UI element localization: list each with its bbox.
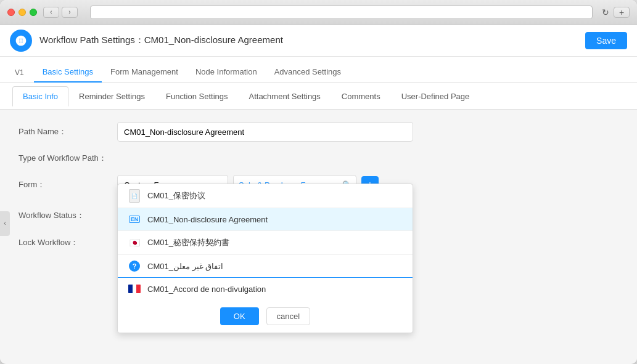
dropdown-label-ar: CM01_اتفاق غير معلن [147, 262, 223, 271]
dropdown-item-jp[interactable]: 🇯🇵 CM01_秘密保持契約書 [118, 231, 413, 254]
en-icon: EN [128, 214, 141, 224]
path-name-row: Path Name： [18, 122, 619, 142]
form-label: Form： [18, 179, 117, 190]
version-badge: V1 [10, 66, 29, 79]
subtab-function-settings[interactable]: Function Settings [155, 86, 238, 107]
dropdown-item-cn[interactable]: 📄 CM01_保密协议 [118, 184, 413, 208]
path-name-label: Path Name： [18, 126, 117, 137]
lock-workflow-label: Lock Workflow： [18, 237, 117, 248]
content-area: ‹ Basic Info Reminder Settings Function … [0, 83, 637, 364]
doc-icon: 📄 [128, 191, 141, 201]
dropdown-label-jp: CM01_秘密保持契約書 [147, 237, 229, 248]
forward-button[interactable]: › [62, 7, 78, 18]
sub-tabs: Basic Info Reminder Settings Function Se… [0, 83, 637, 110]
dropdown-label-en: CM01_Non-disclosure Agreement [147, 215, 268, 224]
dropdown-item-ar[interactable]: ? CM01_اتفاق غير معلن [118, 255, 413, 278]
subtab-attachment-settings[interactable]: Attachment Settings [239, 86, 331, 107]
dropdown-label-fr: CM01_Accord de non-divulgation [147, 285, 266, 294]
fr-flag-icon [128, 284, 141, 294]
collapse-arrow[interactable]: ‹ [0, 211, 10, 236]
app-title: Workflow Path Settings：CM01_Non-disclosu… [39, 34, 585, 46]
workflow-type-label: Type of Workflow Path： [18, 153, 117, 164]
top-tabs: V1 Basic Settings Form Management Node I… [0, 57, 637, 83]
address-bar[interactable] [90, 6, 593, 19]
subtab-basic-info[interactable]: Basic Info [12, 86, 68, 107]
subtab-comments[interactable]: Comments [331, 86, 391, 107]
question-icon: ? [128, 261, 141, 271]
dropdown-cancel-button[interactable]: cancel [266, 307, 311, 325]
logo-icon [15, 34, 27, 47]
save-button[interactable]: Save [585, 32, 627, 49]
dropdown-item-fr[interactable]: CM01_Accord de non-divulgation [118, 278, 413, 300]
dropdown-label-cn: CM01_保密协议 [147, 190, 205, 201]
new-tab-button[interactable]: + [614, 7, 630, 18]
tab-form-management[interactable]: Form Management [102, 62, 187, 83]
titlebar: ‹ › ↻ + [0, 0, 637, 25]
nav-buttons: ‹ › [43, 7, 78, 18]
minimize-button[interactable] [18, 9, 26, 16]
traffic-lights [7, 9, 37, 16]
workflow-type-dropdown[interactable]: 📄 CM01_保密协议 EN CM01_Non-disclosure Agree… [117, 184, 413, 333]
main-window: ‹ › ↻ + Workflow Path Settings：CM01_Non-… [0, 0, 637, 364]
jp-flag-icon: 🇯🇵 [128, 238, 141, 248]
workflow-status-label: Workflow Status： [18, 210, 117, 221]
dropdown-ok-button[interactable]: OK [220, 307, 259, 325]
tab-basic-settings[interactable]: Basic Settings [34, 62, 102, 83]
tab-advanced-settings[interactable]: Advanced Settings [266, 62, 350, 83]
workflow-type-row: Type of Workflow Path： 📄 CM01_保密协议 [18, 153, 619, 164]
app-header: Workflow Path Settings：CM01_Non-disclosu… [0, 25, 637, 57]
refresh-icon[interactable]: ↻ [598, 7, 614, 18]
form-content: Path Name： Type of Workflow Path： 📄 CM01… [0, 110, 637, 364]
path-name-input[interactable] [117, 122, 413, 142]
tab-node-information[interactable]: Node Information [187, 62, 266, 83]
subtab-reminder-settings[interactable]: Reminder Settings [68, 86, 155, 107]
back-button[interactable]: ‹ [43, 7, 59, 18]
close-button[interactable] [7, 9, 15, 16]
app-logo [10, 30, 32, 52]
maximize-button[interactable] [30, 9, 37, 16]
dropdown-footer: OK cancel [118, 300, 413, 333]
dropdown-item-en[interactable]: EN CM01_Non-disclosure Agreement [118, 208, 413, 230]
subtab-user-defined-page[interactable]: User-Defined Page [391, 86, 480, 107]
